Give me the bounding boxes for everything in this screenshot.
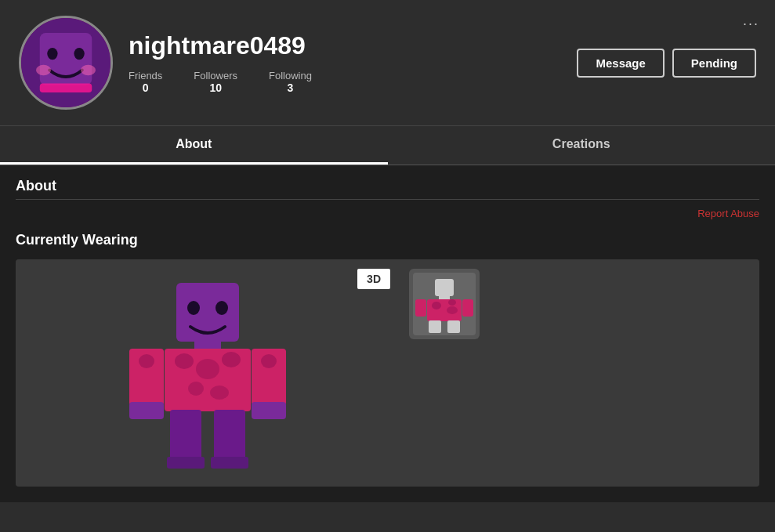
svg-point-12 [175,353,194,369]
friends-value: 0 [143,81,149,94]
tab-creations[interactable]: Creations [388,126,776,165]
friends-label: Friends [129,70,162,81]
report-abuse-link[interactable]: Report Abuse [16,208,759,219]
svg-rect-39 [447,320,460,333]
dots-menu-icon[interactable]: ··· [743,16,759,32]
tabs-bar: About Creations [0,126,775,165]
wearing-container: 3D [16,259,759,487]
pending-button[interactable]: Pending [672,49,756,78]
item-card[interactable] [409,269,480,339]
svg-rect-38 [429,320,441,333]
profile-info: nightmare0489 Friends 0 Followers 10 Fol… [129,31,561,94]
svg-point-8 [187,301,200,315]
items-panel [400,259,759,487]
svg-rect-20 [129,402,164,419]
tab-about[interactable]: About [0,126,388,165]
svg-point-9 [215,301,228,315]
svg-rect-6 [40,84,92,92]
svg-point-15 [188,382,204,396]
svg-point-16 [210,385,229,400]
section-divider [16,199,759,200]
message-button[interactable]: Message [577,49,664,78]
svg-point-35 [448,299,456,306]
svg-rect-24 [252,402,286,419]
about-section-title: About [16,178,759,194]
stat-followers: Followers 10 [194,70,237,94]
svg-point-4 [36,65,51,75]
profile-header: nightmare0489 Friends 0 Followers 10 Fol… [0,0,775,126]
followers-value: 10 [209,81,222,94]
svg-point-5 [81,65,96,75]
stat-following: Following 3 [269,70,312,94]
svg-point-23 [261,354,277,368]
svg-point-3 [74,48,84,60]
profile-actions: Message Pending [577,49,756,78]
toggle-3d-button[interactable]: 3D [357,269,390,289]
svg-rect-37 [462,299,473,317]
svg-rect-25 [170,410,201,465]
svg-rect-27 [167,457,205,469]
followers-label: Followers [194,70,237,81]
svg-rect-28 [211,457,248,469]
svg-rect-10 [194,339,221,350]
svg-point-19 [139,354,154,368]
stat-friends: Friends 0 [129,70,162,94]
svg-point-2 [47,48,57,60]
svg-point-14 [222,352,241,367]
following-label: Following [269,70,312,81]
svg-point-34 [447,306,458,314]
svg-point-33 [432,302,441,309]
currently-wearing-title: Currently Wearing [16,232,759,248]
profile-stats: Friends 0 Followers 10 Following 3 [129,70,561,94]
profile-username: nightmare0489 [129,31,561,60]
avatar [19,16,113,110]
avatar-3d-view: 3D [16,259,400,487]
svg-point-13 [196,359,219,379]
following-value: 3 [288,81,294,94]
svg-rect-36 [415,299,426,317]
content-area: About Report Abuse Currently Wearing [0,165,775,502]
svg-rect-26 [214,410,245,465]
svg-rect-30 [435,279,454,296]
